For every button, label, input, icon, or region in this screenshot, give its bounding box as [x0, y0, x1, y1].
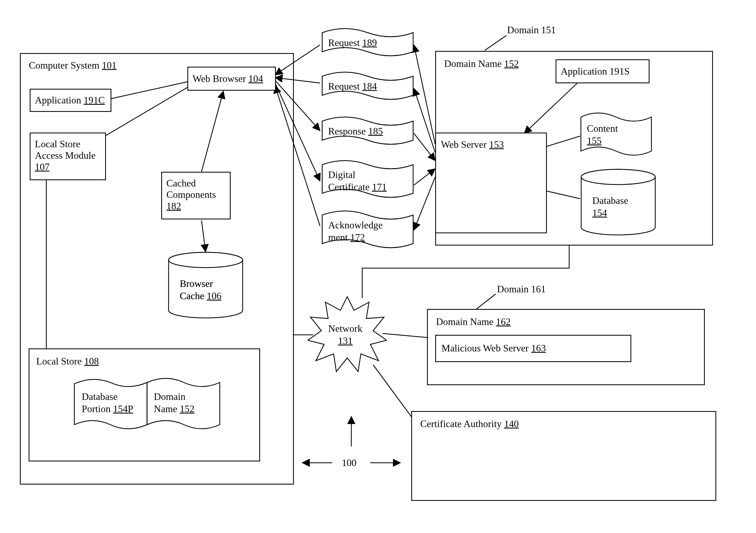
- domain151-label: Domain 151: [507, 24, 556, 36]
- local-store-num: 108: [84, 356, 99, 367]
- web-browser-label: Web Browser: [193, 73, 246, 84]
- browser-cache-cylinder: Browser Cache Browser Cache 106: [168, 252, 244, 318]
- message-response-185: Response 185: [321, 114, 414, 147]
- local-store-label: Local Store: [36, 356, 82, 367]
- app-client-label: Application: [35, 95, 81, 106]
- message-request-184: Request 184: [321, 69, 414, 102]
- svg-line-13: [414, 169, 435, 185]
- ca-label: Certificate Authority: [420, 418, 501, 429]
- svg-line-11: [414, 89, 435, 152]
- web-server-153: Web Server 153: [435, 133, 547, 233]
- d151-dn-label: Domain Name: [444, 58, 501, 69]
- svg-line-10: [414, 45, 435, 144]
- local-store-access-module: Local Store Access Module 107: [30, 133, 106, 180]
- message-request-189: Request 189: [321, 26, 414, 59]
- browser-cache-num: 106: [207, 290, 221, 301]
- req184-label: Request: [328, 81, 360, 92]
- domain161-label: Domain 161: [497, 283, 546, 295]
- ack-num: 172: [350, 232, 365, 243]
- lsam-label: Local Store Access Module: [35, 138, 101, 161]
- lsam-num: 107: [35, 161, 50, 172]
- svg-point-29: [581, 169, 655, 185]
- web-server-num: 153: [489, 139, 504, 150]
- message-ack: Acknowledge ment 172: [321, 208, 414, 251]
- content-doc-icon: Content 155: [580, 110, 652, 158]
- web-browser-num: 104: [248, 73, 263, 84]
- svg-point-27: [169, 253, 243, 268]
- content-label: Content: [587, 122, 618, 135]
- ls-dn-num: 152: [180, 403, 195, 414]
- app-client-num: 191C: [84, 95, 105, 106]
- digcert-num: 171: [372, 182, 387, 193]
- cached-comp-num: 182: [166, 200, 181, 211]
- network-label: Network: [328, 323, 363, 335]
- cached-components: Cached Components 182: [161, 172, 231, 219]
- malicious-web-server: Malicious Web Server 163: [435, 335, 631, 362]
- message-digital-cert: Digital Certificate 171: [321, 158, 414, 200]
- req189-label: Request: [328, 37, 360, 48]
- db-portion-num: 154P: [113, 403, 133, 414]
- ca-num: 140: [504, 418, 519, 429]
- database-label: Database: [592, 195, 628, 207]
- req184-num: 184: [362, 81, 377, 92]
- malws-label: Malicious Web Server: [442, 343, 528, 354]
- application-client: Application 191C: [30, 89, 111, 112]
- svg-line-18: [485, 35, 506, 50]
- resp185-label: Response: [328, 126, 366, 137]
- cached-comp-label: Cached Components: [166, 177, 226, 200]
- certificate-authority: Certificate Authority 140: [411, 411, 716, 501]
- content-num: 155: [587, 135, 602, 146]
- computer-system-label: Computer System: [29, 60, 99, 71]
- svg-line-20: [476, 294, 496, 309]
- computer-system-num: 101: [102, 60, 117, 71]
- network-num: 131: [338, 335, 353, 346]
- network-starburst-icon: Network 131: [308, 295, 387, 374]
- database-num: 154: [592, 207, 607, 218]
- database-cylinder: Database 154: [580, 169, 656, 235]
- svg-line-12: [414, 133, 435, 161]
- d151-dn-num: 152: [504, 58, 519, 69]
- local-store-document-icon: Database Portion 154P Domain Name 152: [73, 376, 221, 433]
- svg-line-19: [383, 333, 428, 337]
- svg-line-14: [414, 177, 435, 230]
- app-server-label: Application 191S: [561, 66, 630, 77]
- d161-dn-label: Domain Name: [436, 316, 494, 327]
- web-server-label: Web Server: [441, 139, 487, 150]
- figure-ref: 100: [342, 457, 357, 469]
- req189-num: 189: [362, 37, 377, 48]
- d161-dn-num: 162: [496, 316, 511, 327]
- malws-num: 163: [531, 343, 546, 354]
- application-server: Application 191S: [555, 59, 650, 83]
- web-browser: Web Browser 104: [187, 67, 276, 91]
- resp185-num: 185: [368, 126, 383, 137]
